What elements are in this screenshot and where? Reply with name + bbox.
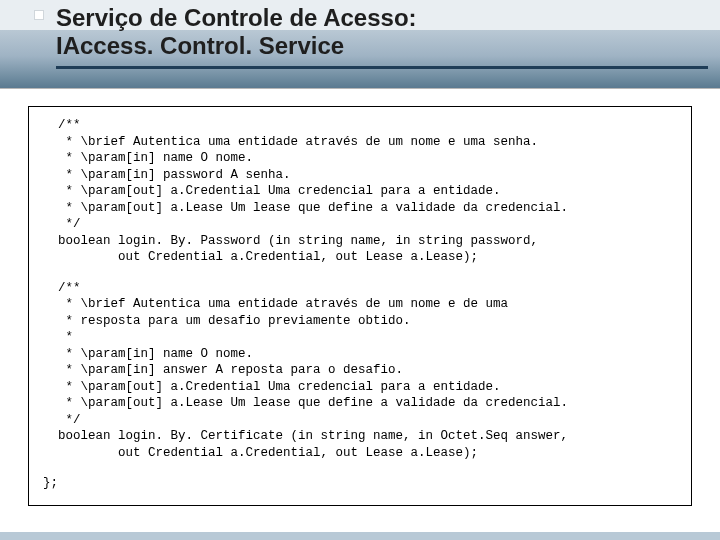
footer-band bbox=[0, 532, 720, 540]
code-block-1: /** * \brief Autentica uma entidade atra… bbox=[43, 117, 685, 266]
header-separator bbox=[0, 88, 720, 89]
code-gap-2 bbox=[43, 461, 685, 475]
code-block-2: /** * \brief Autentica uma entidade atra… bbox=[43, 280, 685, 462]
code-close: }; bbox=[43, 475, 685, 492]
title-underline bbox=[56, 66, 708, 69]
title-bullet-icon bbox=[34, 10, 44, 20]
code-gap bbox=[43, 266, 685, 280]
slide-header: Serviço de Controle de Acesso: IAccess. … bbox=[0, 0, 720, 88]
code-card: /** * \brief Autentica uma entidade atra… bbox=[28, 106, 692, 506]
title-line-1: Serviço de Controle de Acesso: bbox=[56, 4, 700, 32]
title-block: Serviço de Controle de Acesso: IAccess. … bbox=[56, 4, 700, 61]
title-line-2: IAccess. Control. Service bbox=[56, 32, 700, 60]
